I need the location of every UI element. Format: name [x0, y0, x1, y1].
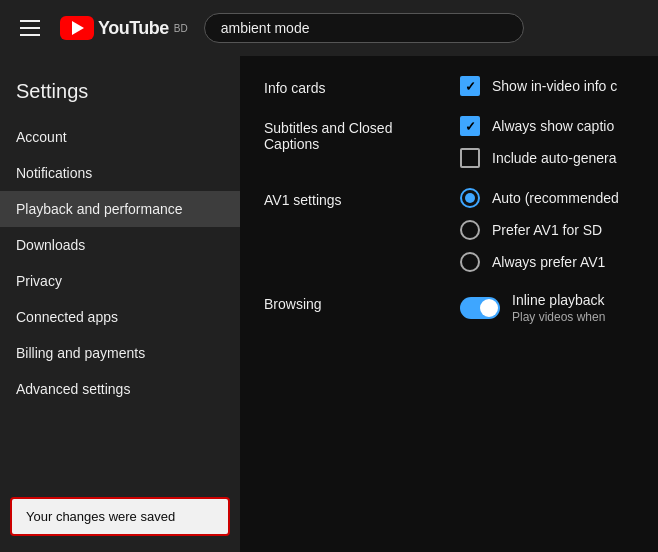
inline-playback-option: Inline playback Play videos when: [460, 292, 634, 324]
av1-auto-text: Auto (recommended: [492, 190, 619, 206]
always-show-option: Always show captio: [460, 116, 634, 136]
inline-playback-text: Inline playback: [512, 292, 605, 308]
search-input[interactable]: [204, 13, 524, 43]
sidebar-item-privacy[interactable]: Privacy: [0, 263, 240, 299]
subtitles-label: Subtitles and Closed Captions: [264, 116, 444, 152]
always-show-checkbox[interactable]: [460, 116, 480, 136]
youtube-logo[interactable]: YouTubeBD: [60, 16, 188, 40]
include-auto-checkbox[interactable]: [460, 148, 480, 168]
notification-banner: Your changes were saved: [10, 497, 230, 536]
yt-play-icon: [72, 21, 84, 35]
browsing-section: Browsing Inline playback Play videos whe…: [264, 292, 634, 324]
notification-text: Your changes were saved: [26, 509, 175, 524]
av1-label: AV1 settings: [264, 188, 444, 208]
av1-auto-radio[interactable]: [460, 188, 480, 208]
av1-section: AV1 settings Auto (recommended Prefer AV…: [264, 188, 634, 272]
av1-options: Auto (recommended Prefer AV1 for SD Alwa…: [460, 188, 634, 272]
info-cards-options: Show in-video info c: [460, 76, 634, 96]
sidebar-title: Settings: [0, 72, 240, 119]
av1-auto-option: Auto (recommended: [460, 188, 634, 208]
yt-region-label: BD: [174, 23, 188, 34]
inline-playback-subtext: Play videos when: [512, 310, 605, 324]
menu-button[interactable]: [16, 16, 44, 40]
av1-sd-radio[interactable]: [460, 220, 480, 240]
inline-playback-toggle[interactable]: [460, 297, 500, 319]
yt-logo-icon: [60, 16, 94, 40]
av1-always-text: Always prefer AV1: [492, 254, 605, 270]
include-auto-option: Include auto-genera: [460, 148, 634, 168]
show-info-option: Show in-video info c: [460, 76, 634, 96]
browsing-options: Inline playback Play videos when: [460, 292, 634, 324]
sidebar-item-notifications[interactable]: Notifications: [0, 155, 240, 191]
include-auto-text: Include auto-genera: [492, 150, 617, 166]
browsing-label: Browsing: [264, 292, 444, 312]
show-info-checkbox[interactable]: [460, 76, 480, 96]
show-info-text: Show in-video info c: [492, 78, 617, 94]
sidebar-item-advanced[interactable]: Advanced settings: [0, 371, 240, 407]
info-cards-section: Info cards Show in-video info c: [264, 76, 634, 96]
subtitles-options: Always show captio Include auto-genera: [460, 116, 634, 168]
sidebar-item-downloads[interactable]: Downloads: [0, 227, 240, 263]
av1-always-option: Always prefer AV1: [460, 252, 634, 272]
sidebar-item-billing[interactable]: Billing and payments: [0, 335, 240, 371]
sidebar-item-playback[interactable]: Playback and performance: [0, 191, 240, 227]
info-cards-label: Info cards: [264, 76, 444, 96]
sidebar: Settings Account Notifications Playback …: [0, 56, 240, 552]
main-layout: Settings Account Notifications Playback …: [0, 56, 658, 552]
subtitles-section: Subtitles and Closed Captions Always sho…: [264, 116, 634, 168]
sidebar-item-account[interactable]: Account: [0, 119, 240, 155]
header: YouTubeBD: [0, 0, 658, 56]
yt-wordmark: YouTube: [98, 18, 169, 39]
av1-sd-text: Prefer AV1 for SD: [492, 222, 602, 238]
av1-always-radio[interactable]: [460, 252, 480, 272]
av1-sd-option: Prefer AV1 for SD: [460, 220, 634, 240]
settings-content: Info cards Show in-video info c Subtitle…: [240, 56, 658, 552]
sidebar-item-connected-apps[interactable]: Connected apps: [0, 299, 240, 335]
always-show-text: Always show captio: [492, 118, 614, 134]
inline-playback-group: Inline playback Play videos when: [512, 292, 605, 324]
